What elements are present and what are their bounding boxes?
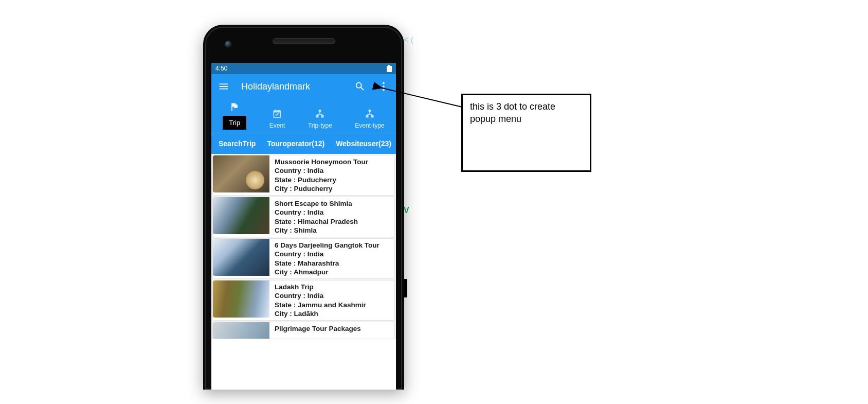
label-city: City : (275, 268, 294, 276)
subtab-touroperator[interactable]: Touroperator(12) (267, 139, 324, 148)
svg-rect-5 (321, 115, 324, 118)
label-country: Country : (275, 250, 308, 258)
trip-title: Ladakh Trip (275, 283, 366, 291)
svg-rect-7 (366, 115, 369, 118)
search-icon[interactable] (351, 77, 369, 96)
battery-icon (387, 65, 392, 72)
svg-rect-4 (316, 115, 319, 118)
phone-front-camera (225, 41, 232, 48)
svg-point-3 (319, 110, 321, 112)
trip-city: Ladākh (294, 310, 318, 318)
trip-state: Puducherry (298, 176, 336, 184)
svg-rect-8 (371, 115, 374, 118)
label-state: State : (275, 259, 298, 267)
tab-label: Trip (223, 116, 246, 130)
hierarchy-icon (365, 109, 375, 120)
list-item[interactable]: Pilgrimage Tour Packages (212, 322, 395, 339)
svg-point-6 (369, 110, 371, 112)
category-tab-bar: Trip Event Trip-type Event-type (211, 99, 396, 133)
tab-trip-type[interactable]: Trip-type (305, 107, 335, 132)
trip-country: India (308, 250, 324, 258)
trip-state: Jammu and Kashmir (298, 301, 366, 309)
list-item[interactable]: Mussoorie Honeymoon Tour Country : India… (212, 155, 395, 196)
trip-list[interactable]: Mussoorie Honeymoon Tour Country : India… (211, 154, 396, 339)
tab-label: Event-type (355, 122, 384, 129)
label-state: State : (275, 176, 298, 184)
hamburger-menu-icon[interactable] (214, 77, 233, 96)
phone-speaker (273, 38, 335, 44)
sub-tab-bar: SearchTrip Touroperator(12) Websiteuser(… (211, 133, 396, 154)
phone-screen: 4:50 Holidaylandmark Trip (211, 63, 396, 390)
app-bar: Holidaylandmark (211, 74, 396, 99)
trip-title: 6 Days Darjeeling Gangtok Tour (275, 241, 379, 250)
label-state: State : (275, 301, 298, 309)
trip-thumbnail (213, 239, 269, 276)
svg-line-10 (382, 88, 464, 108)
label-country: Country : (275, 167, 308, 174)
subtab-websiteuser[interactable]: Websiteuser(23) (336, 139, 391, 148)
trip-city: Puducherry (294, 185, 333, 192)
subtab-searchtrip[interactable]: SearchTrip (219, 139, 256, 148)
phone-frame: 4:50 Holidaylandmark Trip (203, 25, 404, 390)
trip-title: Mussoorie Honeymoon Tour (275, 157, 368, 166)
trip-country: India (308, 167, 324, 174)
trip-country: India (308, 208, 324, 216)
label-country: Country : (275, 292, 308, 300)
trip-thumbnail (213, 197, 269, 234)
app-title: Holidaylandmark (241, 81, 346, 92)
trip-thumbnail (213, 155, 269, 192)
flag-icon (229, 102, 240, 114)
trip-info: Ladakh Trip Country : India State : Jamm… (269, 280, 370, 320)
calendar-check-icon (272, 109, 282, 120)
label-city: City : (275, 310, 294, 318)
tab-label: Trip-type (308, 122, 332, 129)
trip-title: Short Escape to Shimla (275, 199, 358, 208)
tab-trip[interactable]: Trip (220, 100, 249, 132)
tab-event[interactable]: Event (266, 107, 288, 132)
trip-info: 6 Days Darjeeling Gangtok Tour Country :… (269, 239, 384, 278)
label-state: State : (275, 218, 298, 225)
label-country: Country : (275, 208, 308, 216)
trip-city: Ahmadpur (294, 268, 329, 276)
hierarchy-icon (315, 109, 325, 120)
trip-city: Shimla (294, 226, 317, 234)
statusbar-time: 4:50 (215, 65, 227, 72)
label-city: City : (275, 226, 294, 234)
label-city: City : (275, 185, 294, 192)
status-bar: 4:50 (211, 63, 396, 74)
trip-info: Pilgrimage Tour Packages (269, 322, 365, 339)
trip-state: Himachal Pradesh (298, 218, 358, 225)
tab-label: Event (269, 122, 285, 129)
list-item[interactable]: Short Escape to Shimla Country : India S… (212, 197, 395, 237)
annotation-leader-line (378, 84, 464, 112)
trip-title: Pilgrimage Tour Packages (275, 324, 361, 333)
trip-country: India (308, 292, 324, 300)
trip-state: Maharashtra (298, 259, 339, 267)
trip-info: Short Escape to Shimla Country : India S… (269, 197, 362, 237)
trip-info: Mussoorie Honeymoon Tour Country : India… (269, 155, 372, 195)
annotation-text-line1: this is 3 dot to create (470, 100, 583, 113)
list-item[interactable]: Ladakh Trip Country : India State : Jamm… (212, 280, 395, 321)
list-item[interactable]: 6 Days Darjeeling Gangtok Tour Country :… (212, 238, 395, 279)
annotation-box: this is 3 dot to create popup menu (461, 94, 591, 172)
trip-thumbnail (213, 280, 269, 318)
trip-thumbnail (213, 322, 269, 339)
annotation-text-line2: popup menu (470, 113, 583, 125)
